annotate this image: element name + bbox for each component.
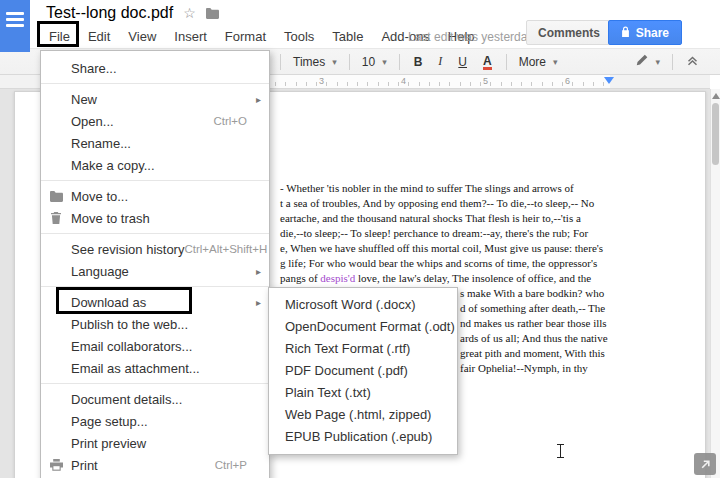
collapse-toolbar-button[interactable] xyxy=(679,53,706,71)
underline-button[interactable]: U xyxy=(450,53,475,71)
menu-item-open[interactable]: Open... Ctrl+O xyxy=(41,110,269,132)
toolbar-separator xyxy=(506,54,507,70)
printer-icon xyxy=(41,459,71,471)
document-text-line: g life; For who would bear the whips and… xyxy=(280,256,603,271)
toolbar-separator xyxy=(280,54,281,70)
menu-separator xyxy=(41,383,269,384)
menubar-item-view[interactable]: View xyxy=(119,27,165,46)
line-text: love, the law's delay, The insolence of … xyxy=(355,272,591,284)
toolbar-separator xyxy=(349,54,350,70)
menu-item-print-preview[interactable]: Print preview xyxy=(41,432,269,454)
font-family-select[interactable]: Times ▾ xyxy=(287,55,343,69)
menubar-item-tools[interactable]: Tools xyxy=(275,27,323,46)
menu-item-label: Email as attachment... xyxy=(71,361,247,376)
submenu-item-opendocument-format-odt[interactable]: OpenDocument Format (.odt) xyxy=(269,316,457,338)
menu-item-rename[interactable]: Rename... xyxy=(41,132,269,154)
menu-item-label: Language xyxy=(71,264,247,279)
line-text: die,--to sleep;-- To sleep! perchance to… xyxy=(280,227,588,239)
menubar-item-file[interactable]: File xyxy=(40,27,79,46)
menu-item-move-to-trash[interactable]: Move to trash xyxy=(41,207,269,229)
submenu-item-rich-text-format-rtf[interactable]: Rich Text Format (.rtf) xyxy=(269,338,457,360)
scroll-shortcut-button[interactable] xyxy=(694,453,716,475)
submenu-arrow-icon: ▸ xyxy=(251,94,261,105)
file-menu: Share... New ▸ Open... Ctrl+O Rename... xyxy=(40,50,270,478)
menu-separator xyxy=(41,83,269,84)
more-label: More xyxy=(519,55,546,69)
menu-item-label: Download as xyxy=(71,295,247,310)
document-text-line: d of something after death,-- The xyxy=(460,301,608,316)
document-text-line: - Whether 'tis nobler in the mind to suf… xyxy=(280,181,603,196)
menubar-item-format[interactable]: Format xyxy=(216,27,275,46)
menu-item-email-collaborators[interactable]: Email collaborators... xyxy=(41,335,269,357)
document-title[interactable]: Test--long doc.pdf xyxy=(46,4,173,22)
menubar-item-edit[interactable]: Edit xyxy=(79,27,119,46)
right-indent-marker[interactable] xyxy=(604,77,614,84)
pencil-icon xyxy=(636,54,648,69)
menu-item-label: Document details... xyxy=(71,392,247,407)
menu-item-label: New xyxy=(71,92,247,107)
line-text: e, When we have shuffled off this mortal… xyxy=(280,242,603,254)
toolbar-separator xyxy=(399,54,400,70)
menubar-item-table[interactable]: Table xyxy=(323,27,372,46)
document-text-line: e, When we have shuffled off this mortal… xyxy=(280,241,603,256)
google-docs-window: Test--long doc.pdf ☆ FileEditViewInsertF… xyxy=(0,0,720,478)
menu-item-label: Email collaborators... xyxy=(71,339,247,354)
line-text: g life; For who would bear the whips and… xyxy=(280,257,597,269)
star-icon[interactable]: ☆ xyxy=(183,5,196,21)
submenu-item-epub-publication-epub[interactable]: EPUB Publication (.epub) xyxy=(269,426,457,448)
hamburger-bar xyxy=(6,18,24,21)
folder-icon xyxy=(41,191,71,202)
submenu-item-plain-text-txt[interactable]: Plain Text (.txt) xyxy=(269,382,457,404)
document-text-right: s make With a bare bodkin? who d of some… xyxy=(460,286,608,376)
menu-item-label: Open... xyxy=(71,114,213,129)
menu-item-publish-to-the-web[interactable]: Publish to the web... xyxy=(41,313,269,335)
document-text-line: nd makes us rather bear those ills xyxy=(460,316,608,331)
hamburger-menu-button[interactable] xyxy=(0,0,30,52)
document-text-line: great pith and moment, With this xyxy=(460,346,608,361)
scroll-up-arrow[interactable] xyxy=(712,93,720,99)
ruler-number: 5 xyxy=(483,76,488,86)
line-text: - Whether 'tis nobler in the mind to suf… xyxy=(280,182,574,194)
more-tools-button[interactable]: More ▾ xyxy=(513,55,564,69)
menu-item-page-setup[interactable]: Page setup... xyxy=(41,410,269,432)
editing-mode-select[interactable]: ▾ xyxy=(630,54,666,69)
menu-item-move-to[interactable]: Move to... xyxy=(41,185,269,207)
menubar-item-insert[interactable]: Insert xyxy=(165,27,216,46)
menu-item-print[interactable]: Print Ctrl+P xyxy=(41,454,269,476)
chevron-down-icon: ▾ xyxy=(332,57,337,67)
download-as-submenu: Microsoft Word (.docx)OpenDocument Forma… xyxy=(268,287,458,455)
folder-icon[interactable] xyxy=(206,8,219,19)
font-size-value: 10 xyxy=(362,55,375,69)
menu-item-see-revision-history[interactable]: See revision history Ctrl+Alt+Shift+H xyxy=(41,238,269,260)
submenu-item-microsoft-word-docx[interactable]: Microsoft Word (.docx) xyxy=(269,294,457,316)
menu-item-download-as[interactable]: Download as ▸ xyxy=(41,291,269,313)
menu-item-share[interactable]: Share... xyxy=(41,57,269,79)
menu-item-new[interactable]: New ▸ xyxy=(41,88,269,110)
menu-item-make-a-copy[interactable]: Make a copy... xyxy=(41,154,269,176)
text-color-button[interactable]: A xyxy=(475,52,500,72)
chevron-down-icon: ▾ xyxy=(655,57,660,67)
italic-button[interactable]: I xyxy=(430,52,450,71)
submenu-item-web-page-html-zipped[interactable]: Web Page (.html, zipped) xyxy=(269,404,457,426)
line-text: eartache, and the thousand natural shock… xyxy=(280,212,581,224)
top-bar: Test--long doc.pdf ☆ FileEditViewInsertF… xyxy=(0,0,720,48)
font-size-select[interactable]: 10 ▾ xyxy=(356,55,393,69)
submenu-arrow-icon: ▸ xyxy=(251,266,261,277)
submenu-item-pdf-document-pdf[interactable]: PDF Document (.pdf) xyxy=(269,360,457,382)
document-text-line: eartache, and the thousand natural shock… xyxy=(280,211,603,226)
vertical-scrollbar[interactable] xyxy=(710,89,720,478)
menu-item-label: Print preview xyxy=(71,436,247,451)
document-text-line: t a sea of troubles, And by opposing end… xyxy=(280,196,603,211)
share-button[interactable]: Share xyxy=(608,20,682,45)
menu-item-email-as-attachment[interactable]: Email as attachment... xyxy=(41,357,269,379)
menu-separator xyxy=(41,233,269,234)
ruler-number: 3 xyxy=(319,76,324,86)
menu-item-shortcut: Ctrl+O xyxy=(213,115,247,127)
comments-button[interactable]: Comments xyxy=(526,20,612,45)
bold-button[interactable]: B xyxy=(406,53,431,71)
scrollbar-thumb[interactable] xyxy=(712,103,719,165)
menu-item-document-details[interactable]: Document details... xyxy=(41,388,269,410)
menu-item-language[interactable]: Language ▸ xyxy=(41,260,269,282)
document-text-line: pangs of despis'd love, the law's delay,… xyxy=(280,271,603,286)
menu-item-label: Make a copy... xyxy=(71,158,247,173)
